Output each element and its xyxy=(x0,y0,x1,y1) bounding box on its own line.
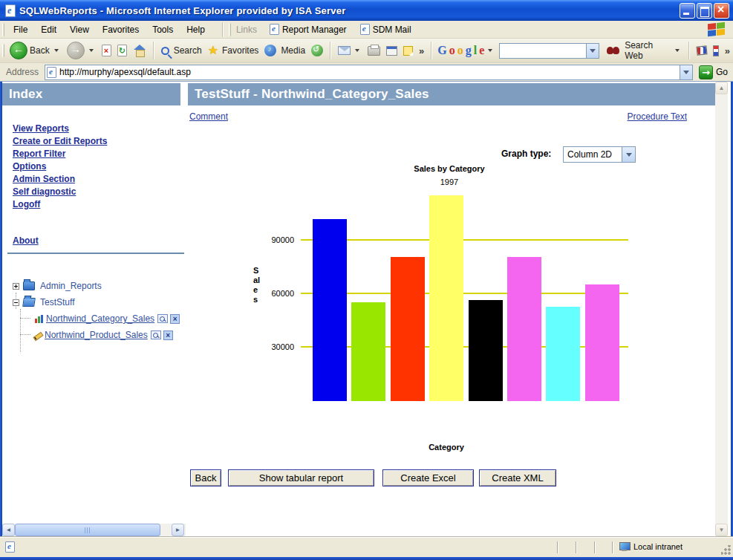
history-icon xyxy=(311,45,323,56)
chart-title: Sales by Category xyxy=(338,164,561,173)
toolbar-grip[interactable] xyxy=(2,44,4,57)
go-button[interactable]: → Go xyxy=(699,65,728,79)
news-button[interactable] xyxy=(694,46,710,55)
tree-connector xyxy=(20,318,30,319)
messenger-button[interactable] xyxy=(400,46,416,56)
expand-icon[interactable] xyxy=(13,283,19,290)
links-label: Links xyxy=(233,25,263,35)
media-button[interactable]: Media xyxy=(261,45,308,56)
sidebar-item-report-filter[interactable]: Report Filter xyxy=(13,148,107,160)
stop-icon xyxy=(102,45,111,56)
report-link-product-sales[interactable]: Northwind_Product_Sales xyxy=(45,330,148,340)
home-button[interactable] xyxy=(130,45,149,56)
sidebar-item-options[interactable]: Options xyxy=(13,160,107,173)
scroll-up-icon[interactable]: ▲ xyxy=(715,82,728,94)
favorites-button[interactable]: ★ Favorites xyxy=(205,45,262,56)
link-report-manager[interactable]: Report Manager xyxy=(263,24,354,35)
menu-separator xyxy=(222,22,224,37)
view-report-icon[interactable] xyxy=(157,314,168,323)
menu-file[interactable]: File xyxy=(7,22,34,37)
search-web-button[interactable]: Search Web xyxy=(604,40,685,61)
menu-tools[interactable]: Tools xyxy=(146,22,180,37)
sidebar-links: View Reports Create or Edit Reports Repo… xyxy=(13,123,107,211)
sidebar-item-logoff[interactable]: Logoff xyxy=(13,198,107,211)
sidebar-item-admin-section[interactable]: Admin Section xyxy=(13,173,107,186)
stop-button[interactable] xyxy=(99,45,114,56)
menu-view[interactable]: View xyxy=(63,22,96,37)
address-dropdown[interactable] xyxy=(680,65,692,79)
menu-help[interactable]: Help xyxy=(180,22,212,37)
google-overflow-chevron[interactable]: » xyxy=(722,45,733,56)
address-input[interactable] xyxy=(59,66,692,79)
scroll-left-icon[interactable]: ◄ xyxy=(2,524,15,536)
menu-favorites[interactable]: Favorites xyxy=(96,22,146,37)
report-link-category-sales[interactable]: Northwind_Category_Sales xyxy=(46,313,154,324)
google-dropdown-icon[interactable] xyxy=(488,49,492,52)
bar-chart-icon xyxy=(34,314,44,324)
tree-node-admin-reports[interactable]: Admin_Reports xyxy=(13,281,102,291)
discuss-button[interactable] xyxy=(383,46,400,56)
scroll-down-icon[interactable]: ▼ xyxy=(715,524,728,536)
vertical-scrollbar[interactable]: ▲ ▼ xyxy=(715,82,728,536)
mail-dropdown-icon[interactable] xyxy=(355,49,359,52)
comment-link[interactable]: Comment xyxy=(189,111,228,122)
chevron-down-icon[interactable] xyxy=(622,147,635,162)
back-report-button[interactable]: Back xyxy=(190,469,221,486)
search-web-dropdown-icon[interactable] xyxy=(675,49,680,52)
sidebar-item-about[interactable]: About xyxy=(13,235,39,246)
close-button[interactable] xyxy=(714,3,729,19)
toolbar-overflow-chevron[interactable]: » xyxy=(416,45,427,56)
history-button[interactable] xyxy=(308,45,326,56)
mail-button[interactable] xyxy=(335,46,365,55)
print-button[interactable] xyxy=(365,46,383,56)
sidebar-item-self-diagnostic[interactable]: Self diagnostic xyxy=(13,186,107,198)
toolbar-separator xyxy=(431,42,432,59)
delete-report-icon[interactable] xyxy=(163,331,173,340)
forward-dropdown-icon xyxy=(89,49,94,52)
scroll-right-icon[interactable]: ► xyxy=(172,524,184,536)
y-axis-ticks: 900006000030000 xyxy=(247,193,298,401)
chart-subtitle: 1997 xyxy=(338,178,561,186)
forward-button[interactable]: → xyxy=(64,42,99,59)
standard-toolbar: ← Back → Search ★ Favorites Media xyxy=(0,39,733,63)
google-search-input[interactable] xyxy=(499,43,599,59)
sidebar-horizontal-scrollbar[interactable]: ◄ ► xyxy=(2,524,186,536)
refresh-button[interactable] xyxy=(114,45,130,56)
toolbar-separator xyxy=(153,42,154,59)
search-button[interactable]: Search xyxy=(158,45,205,56)
address-bar: Address → Go xyxy=(0,63,733,82)
graph-type-select[interactable]: Column 2D xyxy=(563,146,636,163)
maximize-button[interactable] xyxy=(697,3,712,19)
scrollbar-thumb[interactable] xyxy=(15,524,160,536)
bar xyxy=(585,284,619,401)
show-tabular-report-button[interactable]: Show tabular report xyxy=(228,469,374,486)
back-button[interactable]: ← Back xyxy=(7,42,64,59)
news-icon xyxy=(696,45,707,55)
sidebar-item-view-reports[interactable]: View Reports xyxy=(13,123,107,135)
view-report-icon[interactable] xyxy=(151,331,161,339)
page-info-button[interactable] xyxy=(710,45,722,56)
page-content: Index TestStuff - Northwind_Category_Sal… xyxy=(2,82,731,536)
google-logo[interactable]: Google xyxy=(436,44,486,57)
resize-grip-icon[interactable] xyxy=(721,545,731,555)
menu-grip[interactable] xyxy=(2,23,4,36)
back-dropdown-icon[interactable] xyxy=(54,49,59,52)
ie-page-icon xyxy=(270,24,279,35)
procedure-text-link[interactable]: Procedure Text xyxy=(628,111,688,122)
open-folder-icon xyxy=(22,298,36,307)
window-title: SQLWebReports - Microsoft Internet Explo… xyxy=(19,5,345,16)
google-search-dropdown[interactable] xyxy=(586,44,599,58)
menu-edit[interactable]: Edit xyxy=(34,22,63,37)
links-grip[interactable] xyxy=(229,23,231,36)
closed-folder-icon xyxy=(23,281,35,290)
create-excel-button[interactable]: Create Excel xyxy=(382,469,474,486)
create-xml-button[interactable]: Create XML xyxy=(479,469,556,486)
discuss-icon xyxy=(386,46,397,56)
sidebar-item-create-edit-reports[interactable]: Create or Edit Reports xyxy=(13,135,107,148)
link-sdm-mail[interactable]: SDM Mail xyxy=(354,24,418,35)
delete-report-icon[interactable] xyxy=(170,314,180,324)
tree-node-teststuff[interactable]: TestStuff xyxy=(13,297,74,307)
address-combo[interactable] xyxy=(45,65,693,80)
collapse-icon[interactable] xyxy=(13,299,19,306)
minimize-button[interactable] xyxy=(680,3,695,19)
